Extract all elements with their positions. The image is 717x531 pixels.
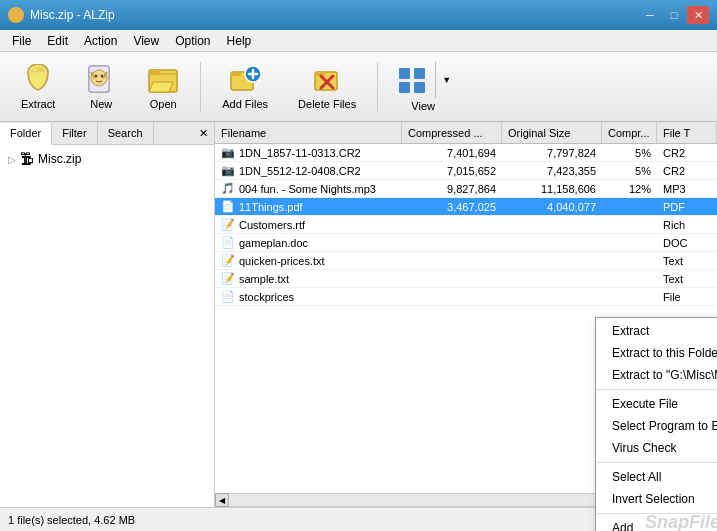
scroll-left-arrow[interactable]: ◀ (215, 493, 229, 507)
open-label: Open (150, 98, 177, 110)
ctx-virus-check[interactable]: Virus Check (596, 437, 717, 459)
table-row[interactable]: 📝 quicken-prices.txt Text (215, 252, 717, 270)
menu-help[interactable]: Help (219, 31, 260, 51)
table-row[interactable]: 📄 stockprices File (215, 288, 717, 306)
file-compressed-cell: 9,827,864 (402, 183, 502, 195)
panel-close-button[interactable]: ✕ (193, 124, 214, 143)
tree-expand-icon: ▷ (8, 154, 16, 165)
ctx-select-all[interactable]: Select All Ctrl+A (596, 466, 717, 488)
ctx-separator-3 (596, 513, 717, 514)
file-type-icon: 📄 (221, 200, 235, 213)
col-ratio[interactable]: Compr... (602, 122, 657, 143)
ctx-invert-selection[interactable]: Invert Selection Ctrl+I (596, 488, 717, 510)
file-type-icon: 📷 (221, 164, 235, 177)
ctx-select-all-label: Select All (612, 470, 661, 484)
menu-action[interactable]: Action (76, 31, 125, 51)
open-icon (147, 64, 179, 96)
file-type-icon: 📷 (221, 146, 235, 159)
file-name-cell: 📷 1DN_1857-11-0313.CR2 (215, 146, 402, 159)
ctx-select-program-label: Select Program to Execute File (612, 419, 717, 433)
view-button-top[interactable]: ▼ (389, 62, 457, 98)
add-files-label: Add Files (222, 98, 268, 110)
delete-files-icon (311, 64, 343, 96)
file-type-cell: File (657, 291, 717, 303)
table-row[interactable]: 📷 1DN_1857-11-0313.CR2 7,401,694 7,797,8… (215, 144, 717, 162)
view-dropdown-arrow[interactable]: ▼ (435, 62, 457, 98)
tree-area: ▷ 🗜 Misc.zip (0, 145, 214, 507)
menu-view[interactable]: View (125, 31, 167, 51)
svg-rect-11 (231, 72, 241, 76)
new-label: New (90, 98, 112, 110)
tab-filter[interactable]: Filter (52, 122, 97, 144)
ctx-extract-here[interactable]: Extract to this Folder (596, 342, 717, 364)
view-main[interactable] (389, 62, 435, 98)
tab-folder[interactable]: Folder (0, 123, 52, 145)
file-type-icon: 📄 (221, 236, 235, 249)
ctx-extract[interactable]: Extract Ctrl+E (596, 320, 717, 342)
table-row[interactable]: 📄 11Things.pdf 3,467,025 4,040,077 PDF (215, 198, 717, 216)
file-name-cell: 📄 gameplan.doc (215, 236, 402, 249)
file-name-cell: 📝 quicken-prices.txt (215, 254, 402, 267)
ctx-execute[interactable]: Execute File Enter (596, 393, 717, 415)
svg-point-2 (33, 68, 37, 71)
toolbar-separator-1 (200, 62, 201, 112)
left-panel: Folder Filter Search ✕ ▷ 🗜 Misc.zip (0, 122, 215, 507)
ctx-extract-path[interactable]: Extract to "G:\Misc\Misc\" (596, 364, 717, 386)
ctx-extract-label: Extract (612, 324, 649, 338)
ctx-extract-here-label: Extract to this Folder (612, 346, 717, 360)
tree-item-misc-zip[interactable]: ▷ 🗜 Misc.zip (4, 149, 210, 169)
menu-bar: File Edit Action View Option Help (0, 30, 717, 52)
file-type-cell: CR2 (657, 147, 717, 159)
svg-rect-17 (399, 82, 410, 93)
extract-button[interactable]: Extract (8, 57, 68, 117)
menu-option[interactable]: Option (167, 31, 218, 51)
menu-edit[interactable]: Edit (39, 31, 76, 51)
col-filetype[interactable]: File T (657, 122, 717, 143)
file-compressed-cell: 3,467,025 (402, 201, 502, 213)
svg-rect-15 (399, 68, 410, 79)
extract-label: Extract (21, 98, 55, 110)
new-icon (85, 64, 117, 96)
file-name-cell: 📄 stockprices (215, 290, 402, 303)
file-type-cell: Text (657, 273, 717, 285)
delete-files-button[interactable]: Delete Files (285, 57, 369, 117)
file-list-header: Filename Compressed ... Original Size Co… (215, 122, 717, 144)
file-type-cell: Text (657, 255, 717, 267)
col-original[interactable]: Original Size (502, 122, 602, 143)
app-icon (8, 7, 24, 23)
file-type-icon: 📝 (221, 254, 235, 267)
table-row[interactable]: 📄 gameplan.doc DOC (215, 234, 717, 252)
title-bar: Misc.zip - ALZip ─ □ ✕ (0, 0, 717, 30)
col-filename[interactable]: Filename (215, 122, 402, 143)
file-original-cell: 7,797,824 (502, 147, 602, 159)
delete-files-label: Delete Files (298, 98, 356, 110)
file-name-cell: 📝 sample.txt (215, 272, 402, 285)
view-button[interactable]: ▼ View (386, 57, 460, 117)
tab-search[interactable]: Search (98, 122, 154, 144)
minimize-button[interactable]: ─ (639, 6, 661, 24)
table-row[interactable]: 📷 1DN_5512-12-0408.CR2 7,015,652 7,423,3… (215, 162, 717, 180)
close-button[interactable]: ✕ (687, 6, 709, 24)
view-label: View (411, 100, 435, 112)
file-type-cell: CR2 (657, 165, 717, 177)
col-compressed[interactable]: Compressed ... (402, 122, 502, 143)
table-row[interactable]: 📝 Customers.rtf Rich (215, 216, 717, 234)
add-files-button[interactable]: Add Files (209, 57, 281, 117)
toolbar: Extract New (0, 52, 717, 122)
maximize-button[interactable]: □ (663, 6, 685, 24)
file-type-icon: 📄 (221, 290, 235, 303)
table-row[interactable]: 📝 sample.txt Text (215, 270, 717, 288)
svg-rect-18 (414, 82, 425, 93)
context-menu: Extract Ctrl+E Extract to this Folder Ex… (595, 317, 717, 531)
ctx-select-program[interactable]: Select Program to Execute File Shift+Ent… (596, 415, 717, 437)
open-button[interactable]: Open (134, 57, 192, 117)
ctx-separator-2 (596, 462, 717, 463)
window-title: Misc.zip - ALZip (30, 8, 115, 22)
file-name-cell: 📷 1DN_5512-12-0408.CR2 (215, 164, 402, 177)
table-row[interactable]: 🎵 004 fun. - Some Nights.mp3 9,827,864 1… (215, 180, 717, 198)
menu-file[interactable]: File (4, 31, 39, 51)
file-original-cell: 11,158,606 (502, 183, 602, 195)
extract-icon (22, 64, 54, 96)
new-button[interactable]: New (72, 57, 130, 117)
ctx-add[interactable]: Add Ctrl+R (596, 517, 717, 531)
